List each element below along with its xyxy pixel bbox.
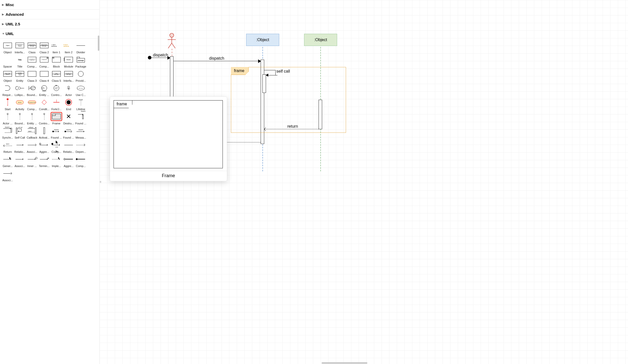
shape-lollipop[interactable]: Lollipo... <box>14 84 26 96</box>
shape-associ3[interactable]: Associ... <box>2 170 14 182</box>
message-actor-to-blue[interactable]: dispatch <box>174 61 261 61</box>
shape-module[interactable]: ModuleModule <box>62 56 75 68</box>
shape-thumb-icon: package <box>76 56 86 63</box>
shape-thumb-icon: dispatch <box>64 127 74 135</box>
shape-synchr[interactable]: dispatchSynchr... <box>2 127 14 139</box>
shape-associ2[interactable]: Associ... <box>14 155 26 168</box>
message-return[interactable]: return <box>264 129 319 129</box>
shape-return[interactable]: returnReturn <box>2 141 14 153</box>
section-advanced[interactable]: ▶ Advanced <box>0 10 99 19</box>
shape-start[interactable]: Start <box>2 98 14 111</box>
section-misc[interactable]: ▶ Misc <box>0 0 99 10</box>
shape-sidebar: ▶ Misc ▶ Advanced ▶ UML 2.5 ▼ UML Object… <box>0 0 100 364</box>
shape-class2[interactable]: Classnamefield: typeClass 2 <box>38 42 50 54</box>
shape-inner[interactable]: Inner ... <box>26 155 38 168</box>
shape-label: Termin... <box>39 164 50 168</box>
shape-interface[interactable]: <<Interface>>NameInterfa... <box>14 42 26 54</box>
shape-object2[interactable]: object:Typefield=valObject <box>2 70 14 82</box>
shape-class5[interactable]: Classfield: typeClass 5 <box>50 70 62 82</box>
shape-class3[interactable]: Class 3 <box>26 70 38 82</box>
object-box-green[interactable]: :Object <box>304 34 337 46</box>
section-uml25[interactable]: ▶ UML 2.5 <box>0 19 99 29</box>
shape-forkj[interactable]: Fork/J... <box>50 98 62 111</box>
shape-aggre1[interactable]: Aggre... <box>38 141 50 153</box>
shape-thumb-icon <box>15 155 25 163</box>
shape-comp2[interactable]: ComponentComp... <box>38 56 50 68</box>
shape-thumb-icon: Title <box>15 56 25 63</box>
shape-thumb-icon: Classnamefield: type <box>27 42 37 49</box>
shape-thumb-icon <box>51 98 61 106</box>
shape-package[interactable]: packagePackage <box>75 56 87 68</box>
shape-relatio2[interactable]: Relatio... <box>62 141 75 153</box>
shape-block[interactable]: Block <box>50 56 62 68</box>
shape-relatio1[interactable]: Relatio... <box>14 141 26 153</box>
section-uml[interactable]: ▼ UML <box>0 29 99 39</box>
shape-condit[interactable]: Condit... <box>38 98 50 111</box>
shape-thumb-icon <box>51 155 61 163</box>
shape-actorll[interactable]: Actor ... <box>2 113 14 125</box>
shape-interfa2[interactable]: <<interface>>field: typeInterfa... <box>62 70 75 82</box>
shape-bound[interactable]: BoundaryObjectBound... <box>26 84 38 96</box>
shape-aggre2[interactable]: Aggre... <box>62 155 75 168</box>
shape-comp1[interactable]: <<component>>ComponentComp... <box>26 56 38 68</box>
shape-divider[interactable]: Divider <box>75 42 87 54</box>
interaction-frame[interactable]: frame <box>231 67 346 133</box>
shape-activat[interactable]: Activat... <box>38 127 50 139</box>
shape-thumb-icon <box>76 141 86 149</box>
shape-controll[interactable]: Contro... <box>38 113 50 125</box>
sidebar-scrollbar[interactable] <box>98 36 99 51</box>
shape-associ1[interactable]: Associ... <box>26 141 38 153</box>
section-uml-body: ObjectObject<<Interface>>NameInterfa...C… <box>0 39 99 184</box>
shape-destru[interactable]: ✕Destru... <box>62 113 75 125</box>
shape-contro[interactable]: ControlObjectContro... <box>50 84 62 96</box>
canvas-horizontal-scrollbar[interactable] <box>322 362 367 364</box>
shape-activity[interactable]: ActivityActivity <box>14 98 26 111</box>
shape-class4[interactable]: Class 4 <box>38 70 50 82</box>
shape-found[interactable]: dispatchFound ... <box>75 113 87 125</box>
activation-blue-nested[interactable] <box>262 74 266 93</box>
shape-thumb-icon <box>39 98 49 106</box>
message-found-dispatch[interactable]: dispatch <box>151 58 170 58</box>
shape-depen[interactable]: Depen... <box>75 141 87 153</box>
shape-thumb-icon: Composite State <box>27 98 37 106</box>
shape-found2[interactable]: dispatchFound ... <box>62 127 75 139</box>
shape-label: Comp... <box>27 108 37 111</box>
shape-thumb-icon: dispatch <box>76 127 86 135</box>
shape-requir[interactable]: Requir... <box>2 84 14 96</box>
shape-imple[interactable]: Imple... <box>50 155 62 168</box>
shape-lifeline[interactable]: Lifeline <box>75 98 87 111</box>
shape-found1[interactable]: dispatchFound ... <box>50 127 62 139</box>
shape-actor[interactable]: Actor <box>62 84 75 96</box>
object-box-blue[interactable]: :Object <box>246 34 279 46</box>
shape-entityo[interactable]: Entity ObjectEntity ... <box>38 84 50 96</box>
shape-label: Fork/J... <box>51 108 61 111</box>
shape-compstate[interactable]: Composite StateComp... <box>26 98 38 111</box>
shape-title[interactable]: TitleTitle <box>14 56 26 68</box>
start-event[interactable] <box>148 56 151 59</box>
shape-item1[interactable]: + item: attributeItem 1 <box>50 42 62 54</box>
actor-figure[interactable] <box>167 33 177 49</box>
activation-green[interactable] <box>319 100 322 129</box>
shape-item2[interactable]: ● item: attributeItem 2 <box>62 42 75 54</box>
shape-selfcall[interactable]: self callSelf Call <box>14 127 26 139</box>
shape-provid[interactable]: Provid... <box>75 70 87 82</box>
shape-class[interactable]: Classnamefield: typeClass <box>26 42 38 54</box>
shape-label: Activat... <box>39 136 50 139</box>
shape-usecase[interactable]: Use CaseUse C... <box>75 84 87 96</box>
shape-frame[interactable]: Frame <box>50 113 62 125</box>
shape-label: Title <box>17 65 22 68</box>
shape-end[interactable]: End <box>62 98 75 111</box>
shape-object[interactable]: ObjectObject <box>2 42 14 54</box>
shape-spacer[interactable]: Spacer <box>2 56 14 68</box>
shape-callback[interactable]: callbackreturnCallback <box>26 127 38 139</box>
shape-messa[interactable]: dispatchMessa... <box>75 127 87 139</box>
shape-boundll[interactable]: Bound... <box>14 113 26 125</box>
shape-label: Entity ... <box>39 93 49 96</box>
section-label: UML 2.5 <box>6 22 20 26</box>
shape-entity[interactable]: <<entity>>-OrderId-DateEntity <box>14 70 26 82</box>
shape-gener[interactable]: Gener... <box>2 155 14 168</box>
shape-comp4[interactable]: Comp... <box>75 155 87 168</box>
diagram-canvas[interactable]: :Object :Object dispatch dispatch <box>100 0 628 364</box>
shape-entityll[interactable]: Entity ... <box>26 113 38 125</box>
shape-termin[interactable]: ✕Termin... <box>38 155 50 168</box>
